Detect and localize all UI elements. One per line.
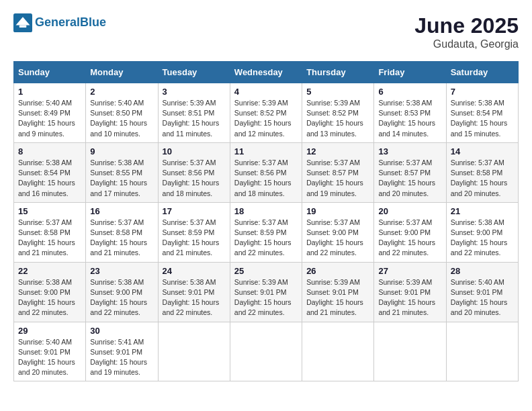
header-wednesday: Wednesday xyxy=(230,62,302,83)
sunrise-text: Sunrise: 5:38 AM xyxy=(451,98,514,108)
sunset-text: Sunset: 9:00 PM xyxy=(18,287,81,298)
sunset-text: Sunset: 8:57 PM xyxy=(378,168,441,178)
day-number: 8 xyxy=(18,146,81,156)
header-thursday: Thursday xyxy=(302,62,374,83)
day-info: Sunrise: 5:39 AM Sunset: 8:51 PM Dayligh… xyxy=(163,98,226,139)
sunset-text: Sunset: 8:50 PM xyxy=(90,108,153,118)
day-number: 21 xyxy=(451,206,514,216)
sunset-text: Sunset: 9:00 PM xyxy=(306,228,369,238)
day-info: Sunrise: 5:39 AM Sunset: 9:01 PM Dayligh… xyxy=(306,277,369,318)
day-number: 25 xyxy=(234,266,298,276)
sunrise-text: Sunrise: 5:39 AM xyxy=(163,98,226,108)
empty-cell xyxy=(158,322,230,381)
daylight-text: Daylight: 15 hours and 19 minutes. xyxy=(306,178,369,198)
day-info: Sunrise: 5:37 AM Sunset: 8:57 PM Dayligh… xyxy=(378,158,441,199)
calendar-day-cell: 3 Sunrise: 5:39 AM Sunset: 8:51 PM Dayli… xyxy=(158,83,230,143)
day-number: 4 xyxy=(234,87,298,97)
day-number: 24 xyxy=(163,266,226,276)
sunrise-text: Sunrise: 5:40 AM xyxy=(18,98,81,108)
sunrise-text: Sunrise: 5:37 AM xyxy=(234,158,298,168)
sunset-text: Sunset: 8:59 PM xyxy=(234,228,298,238)
sunrise-text: Sunrise: 5:40 AM xyxy=(90,98,153,108)
sunset-text: Sunset: 8:54 PM xyxy=(18,168,81,178)
day-number: 11 xyxy=(234,146,298,156)
day-info: Sunrise: 5:40 AM Sunset: 9:01 PM Dayligh… xyxy=(18,337,81,378)
daylight-text: Daylight: 15 hours and 22 minutes. xyxy=(234,298,298,318)
logo-icon xyxy=(13,13,32,32)
sunset-text: Sunset: 8:56 PM xyxy=(163,168,226,178)
day-number: 27 xyxy=(378,266,441,276)
calendar-week-row: 15 Sunrise: 5:37 AM Sunset: 8:58 PM Dayl… xyxy=(14,202,519,262)
calendar-day-cell: 20 Sunrise: 5:37 AM Sunset: 9:00 PM Dayl… xyxy=(374,202,446,262)
day-number: 5 xyxy=(306,87,369,97)
daylight-text: Daylight: 15 hours and 22 minutes. xyxy=(163,298,226,318)
day-number: 14 xyxy=(451,146,514,156)
day-number: 15 xyxy=(18,206,81,216)
calendar-day-cell: 16 Sunrise: 5:37 AM Sunset: 8:58 PM Dayl… xyxy=(86,202,158,262)
day-info: Sunrise: 5:37 AM Sunset: 8:59 PM Dayligh… xyxy=(163,218,226,259)
calendar-day-cell: 8 Sunrise: 5:38 AM Sunset: 8:54 PM Dayli… xyxy=(14,142,86,202)
svg-rect-2 xyxy=(19,26,27,28)
sunrise-text: Sunrise: 5:38 AM xyxy=(451,218,514,228)
day-number: 3 xyxy=(163,87,226,97)
sunset-text: Sunset: 9:01 PM xyxy=(90,347,153,357)
sunrise-text: Sunrise: 5:38 AM xyxy=(18,158,81,168)
page-header: GeneralBlue June 2025 Gudauta, Georgia xyxy=(13,13,519,50)
sunrise-text: Sunrise: 5:40 AM xyxy=(18,337,81,347)
day-info: Sunrise: 5:39 AM Sunset: 8:52 PM Dayligh… xyxy=(234,98,298,139)
day-info: Sunrise: 5:39 AM Sunset: 9:01 PM Dayligh… xyxy=(234,277,298,318)
day-info: Sunrise: 5:37 AM Sunset: 8:58 PM Dayligh… xyxy=(18,218,81,259)
daylight-text: Daylight: 15 hours and 20 minutes. xyxy=(451,298,514,318)
empty-cell xyxy=(446,322,518,381)
daylight-text: Daylight: 15 hours and 21 minutes. xyxy=(90,238,153,258)
calendar-day-cell: 2 Sunrise: 5:40 AM Sunset: 8:50 PM Dayli… xyxy=(86,83,158,143)
header-saturday: Saturday xyxy=(446,62,518,83)
day-info: Sunrise: 5:38 AM Sunset: 8:54 PM Dayligh… xyxy=(18,158,81,199)
calendar-day-cell: 23 Sunrise: 5:38 AM Sunset: 9:00 PM Dayl… xyxy=(86,262,158,322)
title-block: June 2025 Gudauta, Georgia xyxy=(414,13,519,50)
day-number: 30 xyxy=(90,326,153,336)
daylight-text: Daylight: 15 hours and 19 minutes. xyxy=(90,357,153,377)
day-info: Sunrise: 5:40 AM Sunset: 8:49 PM Dayligh… xyxy=(18,98,81,139)
sunrise-text: Sunrise: 5:37 AM xyxy=(378,158,441,168)
calendar-day-cell: 24 Sunrise: 5:38 AM Sunset: 9:01 PM Dayl… xyxy=(158,262,230,322)
header-sunday: Sunday xyxy=(14,62,86,83)
sunset-text: Sunset: 9:01 PM xyxy=(451,287,514,298)
sunrise-text: Sunrise: 5:39 AM xyxy=(234,277,298,287)
calendar-day-cell: 14 Sunrise: 5:37 AM Sunset: 8:58 PM Dayl… xyxy=(446,142,518,202)
day-info: Sunrise: 5:40 AM Sunset: 9:01 PM Dayligh… xyxy=(451,277,514,318)
sunrise-text: Sunrise: 5:38 AM xyxy=(90,158,153,168)
day-info: Sunrise: 5:39 AM Sunset: 9:01 PM Dayligh… xyxy=(378,277,441,318)
day-info: Sunrise: 5:38 AM Sunset: 9:00 PM Dayligh… xyxy=(18,277,81,318)
logo-blue: Blue xyxy=(80,15,106,29)
calendar-day-cell: 29 Sunrise: 5:40 AM Sunset: 9:01 PM Dayl… xyxy=(14,322,86,381)
daylight-text: Daylight: 15 hours and 11 minutes. xyxy=(163,118,226,138)
day-info: Sunrise: 5:37 AM Sunset: 8:59 PM Dayligh… xyxy=(234,218,298,259)
calendar-day-cell: 27 Sunrise: 5:39 AM Sunset: 9:01 PM Dayl… xyxy=(374,262,446,322)
sunrise-text: Sunrise: 5:37 AM xyxy=(90,218,153,228)
sunrise-text: Sunrise: 5:40 AM xyxy=(451,277,514,287)
sunset-text: Sunset: 8:55 PM xyxy=(90,168,153,178)
day-info: Sunrise: 5:37 AM Sunset: 9:00 PM Dayligh… xyxy=(378,218,441,259)
sunset-text: Sunset: 9:00 PM xyxy=(451,228,514,238)
sunset-text: Sunset: 8:54 PM xyxy=(451,108,514,118)
sunrise-text: Sunrise: 5:38 AM xyxy=(378,98,441,108)
day-number: 22 xyxy=(18,266,81,276)
sunset-text: Sunset: 8:52 PM xyxy=(234,108,298,118)
sunrise-text: Sunrise: 5:38 AM xyxy=(90,277,153,287)
day-number: 16 xyxy=(90,206,153,216)
sunrise-text: Sunrise: 5:38 AM xyxy=(163,277,226,287)
day-number: 1 xyxy=(18,87,81,97)
logo-general: General xyxy=(35,15,80,29)
day-number: 10 xyxy=(163,146,226,156)
header-tuesday: Tuesday xyxy=(158,62,230,83)
sunset-text: Sunset: 9:01 PM xyxy=(18,347,81,357)
sunrise-text: Sunrise: 5:37 AM xyxy=(451,158,514,168)
day-number: 9 xyxy=(90,146,153,156)
day-number: 17 xyxy=(163,206,226,216)
sunset-text: Sunset: 9:01 PM xyxy=(306,287,369,298)
sunset-text: Sunset: 9:01 PM xyxy=(378,287,441,298)
empty-cell xyxy=(374,322,446,381)
day-number: 6 xyxy=(378,87,441,97)
daylight-text: Daylight: 15 hours and 22 minutes. xyxy=(90,298,153,318)
